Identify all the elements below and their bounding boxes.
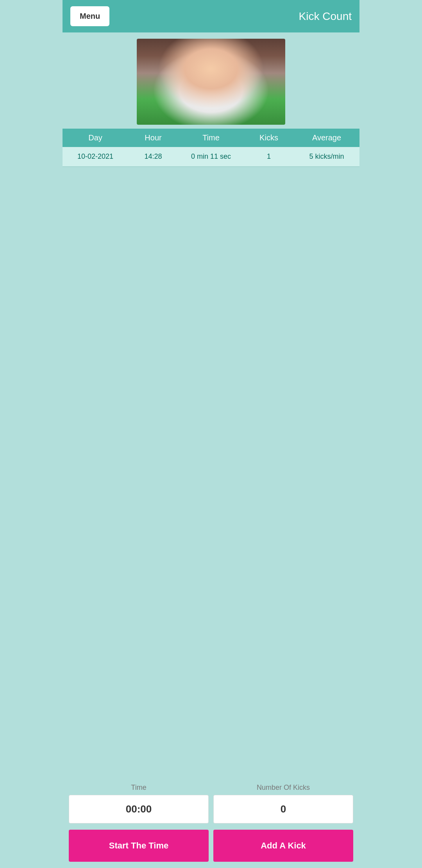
cell-time: 0 min 11 sec <box>182 152 240 161</box>
app-title: Kick Count <box>299 10 352 23</box>
cell-day: 10-02-2021 <box>66 152 124 161</box>
table-header: Day Hour Time Kicks Average <box>63 129 359 147</box>
col-header-hour: Hour <box>124 133 182 142</box>
input-boxes: 00:00 0 <box>69 795 353 823</box>
baby-image-area <box>63 32 359 129</box>
menu-button[interactable]: Menu <box>70 6 109 26</box>
app-header: Menu Kick Count <box>63 0 359 32</box>
time-display: 00:00 <box>69 795 209 823</box>
kicks-label: Number Of Kicks <box>213 784 353 792</box>
baby-image-placeholder <box>137 39 285 125</box>
baby-image <box>137 39 285 125</box>
bottom-section: Time Number Of Kicks 00:00 0 Start The T… <box>63 776 359 868</box>
action-buttons: Start The Time Add A Kick <box>69 830 353 868</box>
col-header-kicks: Kicks <box>240 133 298 142</box>
content-area <box>63 167 359 776</box>
col-header-time: Time <box>182 133 240 142</box>
cell-kicks: 1 <box>240 152 298 161</box>
kicks-display: 0 <box>213 795 353 823</box>
cell-hour: 14:28 <box>124 152 182 161</box>
cell-average: 5 kicks/min <box>298 152 356 161</box>
start-time-button[interactable]: Start The Time <box>69 830 209 862</box>
input-labels: Time Number Of Kicks <box>69 784 353 792</box>
col-header-average: Average <box>298 133 356 142</box>
add-kick-button[interactable]: Add A Kick <box>213 830 353 862</box>
table-row: 10-02-2021 14:28 0 min 11 sec 1 5 kicks/… <box>63 147 359 167</box>
col-header-day: Day <box>66 133 124 142</box>
time-label: Time <box>69 784 209 792</box>
